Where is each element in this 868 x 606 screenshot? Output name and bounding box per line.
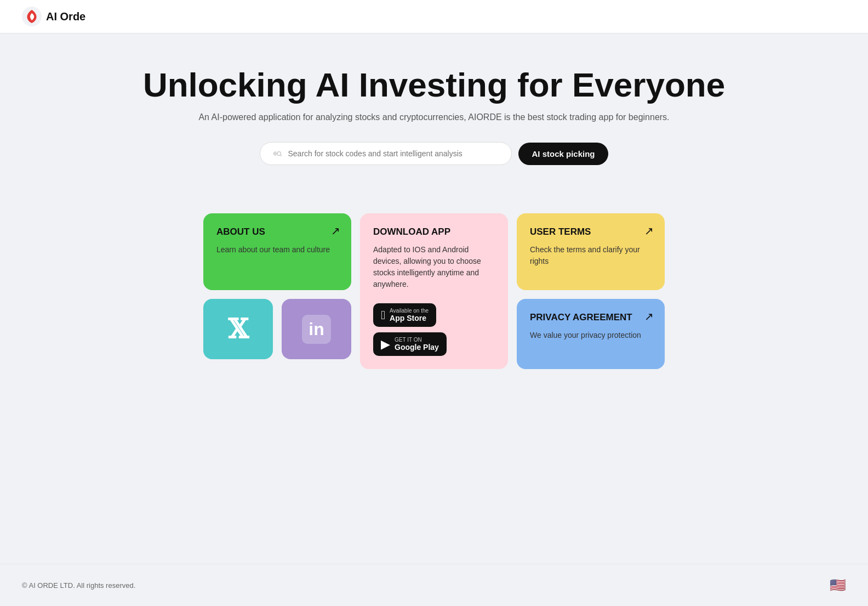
download-app-card[interactable]: DOWNLOAD APP Adapted to IOS and Android … xyxy=(360,213,508,369)
user-terms-arrow-icon: ↗ xyxy=(644,224,654,237)
cards-container: ↗ ABOUT US Learn about our team and cult… xyxy=(0,213,868,369)
search-box[interactable] xyxy=(260,142,512,165)
apple-icon:  xyxy=(381,308,385,322)
googleplay-label: GET IT ON Google Play xyxy=(395,337,439,352)
search-input[interactable] xyxy=(288,149,500,158)
about-us-title: ABOUT US xyxy=(216,226,338,237)
cards-grid: ↗ ABOUT US Learn about our team and cult… xyxy=(203,213,665,369)
about-us-desc: Learn about our team and culture xyxy=(216,244,338,256)
x-social-card[interactable]: 𝕏 xyxy=(203,299,273,359)
privacy-desc: We value your privacy protection xyxy=(530,330,652,341)
privacy-title: PRIVACY AGREEMENT xyxy=(530,312,652,323)
search-row: AI stock picking xyxy=(11,142,857,165)
hero-section: Unlocking AI Investing for Everyone An A… xyxy=(0,33,868,213)
googleplay-button[interactable]: ▶ GET IT ON Google Play xyxy=(373,332,447,356)
ai-stock-picking-button[interactable]: AI stock picking xyxy=(518,143,608,165)
appstore-label: Available on the App Store xyxy=(390,308,429,322)
footer-copyright: © AI ORDE LTD. All rights reserved. xyxy=(22,581,135,590)
svg-line-6 xyxy=(281,155,282,156)
linkedin-icon-box: in xyxy=(302,315,330,344)
navbar: AI Orde xyxy=(0,0,868,33)
logo-text: AI Orde xyxy=(46,10,85,23)
store-buttons:  Available on the App Store ▶ GET IT ON… xyxy=(373,303,495,356)
logo[interactable]: AI Orde xyxy=(22,7,85,26)
hero-subtitle: An AI-powered application for analyzing … xyxy=(11,112,857,122)
appstore-button[interactable]:  Available on the App Store xyxy=(373,303,436,327)
flag-icon: 🇺🇸 xyxy=(830,577,846,593)
download-app-title: DOWNLOAD APP xyxy=(373,226,495,237)
linkedin-icon: in xyxy=(309,319,324,339)
linkedin-card[interactable]: in xyxy=(282,299,351,359)
google-play-icon: ▶ xyxy=(381,337,390,352)
about-us-card[interactable]: ↗ ABOUT US Learn about our team and cult… xyxy=(203,213,351,290)
privacy-agreement-card[interactable]: ↗ PRIVACY AGREEMENT We value your privac… xyxy=(517,299,665,369)
search-icon xyxy=(271,148,282,159)
user-terms-card[interactable]: ↗ USER TERMS Check the terms and clarify… xyxy=(517,213,665,290)
download-app-desc: Adapted to IOS and Android devices, allo… xyxy=(373,244,495,290)
x-icon: 𝕏 xyxy=(228,314,248,344)
user-terms-title: USER TERMS xyxy=(530,226,652,237)
logo-icon xyxy=(22,7,42,26)
footer: © AI ORDE LTD. All rights reserved. 🇺🇸 xyxy=(0,564,868,606)
social-row: 𝕏 in xyxy=(203,299,351,369)
user-terms-desc: Check the terms and clarify your rights xyxy=(530,244,652,267)
about-us-arrow-icon: ↗ xyxy=(331,224,340,237)
privacy-arrow-icon: ↗ xyxy=(644,310,654,323)
hero-title: Unlocking AI Investing for Everyone xyxy=(11,66,857,104)
